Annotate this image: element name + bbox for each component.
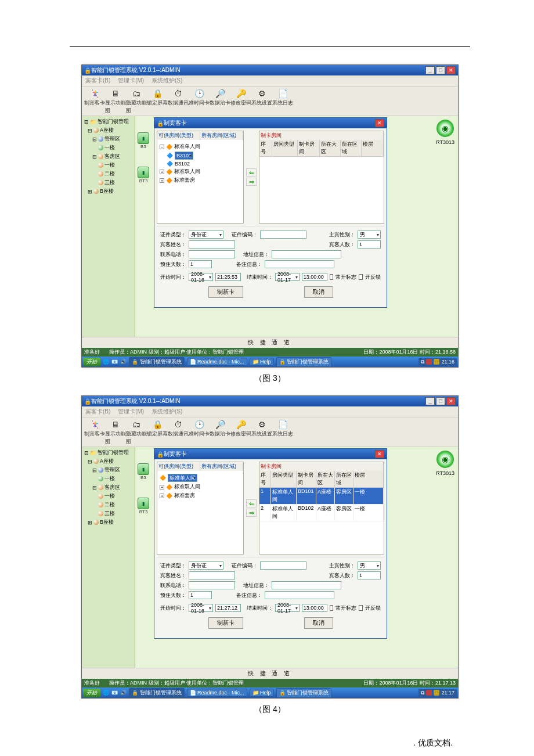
start-button[interactable]: 开始 [83, 689, 100, 697]
minimize-button[interactable]: _ [425, 66, 435, 74]
maximize-button[interactable]: □ [436, 66, 445, 74]
end-date[interactable]: 2008-01-17 [275, 273, 300, 281]
days-input[interactable] [189, 591, 212, 599]
sex-select[interactable]: 男 [358, 231, 381, 239]
often-checkbox[interactable] [330, 605, 334, 611]
window-title: 智能门锁管理系统 V2.0.1--:ADMIN [91, 66, 425, 74]
menu-guestcard[interactable]: 宾客卡(B) [85, 77, 110, 84]
days-input[interactable] [189, 260, 212, 268]
close-button[interactable]: ✕ [446, 397, 456, 405]
addr-input[interactable] [272, 250, 341, 258]
toolbar-item[interactable]: 📄系统日志 [272, 88, 293, 114]
grid-header: 序号 房间类型 制卡房间 所在大区 所在区域 楼层 [259, 140, 384, 157]
guest-count-input[interactable] [358, 240, 381, 249]
move-left-button[interactable]: ⇐ [246, 499, 257, 507]
maximize-button[interactable]: □ [436, 397, 445, 405]
toolbar-item[interactable]: 🃏制宾客卡 [84, 419, 105, 445]
dialog-close[interactable]: ✕ [375, 119, 384, 127]
toolbar-item[interactable]: 🃏制宾客卡 [84, 88, 105, 114]
antilock-checkbox[interactable] [359, 274, 363, 280]
figure-caption-4: （图 4） [70, 704, 470, 715]
guest-count-input[interactable] [358, 571, 381, 579]
move-left-button[interactable]: ⇐ [246, 168, 257, 177]
make-guestcard-dialog: 🔒 制宾客卡 ✕ 可供房间(类型) 所有房间(区域) 🔶标准单人间 [154, 448, 387, 639]
figure-caption-3: （图 3） [70, 373, 470, 384]
menu-sysmaint[interactable]: 系统维护(S) [151, 77, 182, 84]
menubar: 宾客卡(B) 管理卡(M) 系统维护(S) [82, 75, 458, 86]
often-checkbox[interactable] [330, 274, 334, 280]
quick-channel-bar: 快 捷 通 道 [82, 337, 458, 348]
move-right-button[interactable]: ⇒ [246, 178, 257, 186]
dialog-icon: 🔒 [157, 120, 164, 127]
toolbar-item[interactable]: 🔒锁定屏幕 [147, 88, 168, 114]
phone-input[interactable] [189, 250, 235, 258]
move-right-button[interactable]: ⇒ [246, 509, 257, 517]
id-no-input[interactable] [260, 231, 306, 239]
note-input[interactable] [265, 260, 334, 268]
dialog-close[interactable]: ✕ [375, 450, 384, 458]
task-btn-4[interactable]: 🔒 智能门锁管理系统 [276, 357, 332, 367]
toolbar-item[interactable]: 📄系统日志 [272, 419, 293, 445]
make-card-button[interactable]: 制新卡 [208, 286, 243, 298]
guest-name-input[interactable] [189, 240, 235, 249]
start-date[interactable]: 2008-01-16 [189, 273, 213, 281]
screenshot-2: 🔒 智能门锁管理系统 V2.0.1--:ADMIN _ □ ✕ 宾客卡(B) 管… [81, 395, 459, 699]
start-time[interactable] [215, 604, 241, 612]
grid-row[interactable]: 1 标准单人间 BD101 A座楼 客房区 一楼 [259, 488, 384, 505]
toolbar-item[interactable]: ⚙系统设置 [251, 419, 272, 445]
toolbar-item[interactable]: 🕑准时间卡 [189, 419, 210, 445]
toolbar-item[interactable]: 🕑准时间卡 [189, 88, 210, 114]
grid-row[interactable]: 2 标准单人间 BD102 A座楼 客房区 一楼 [259, 505, 384, 521]
system-tray[interactable]: ⧉ 21:16 [418, 358, 457, 366]
device-bt3[interactable]: ▮ [138, 167, 149, 178]
toolbar-item[interactable]: 🗂隐藏功能图 [126, 88, 147, 114]
start-time[interactable] [215, 273, 241, 281]
toolbar: 🃏制宾客卡🖥显示功能图🗂隐藏功能图🔒锁定屏幕⏱数据通讯🕑准时间卡🔎数据治卡🔑修改… [82, 86, 458, 116]
guest-name-input[interactable] [189, 571, 235, 579]
toolbar-item[interactable]: 🗂隐藏功能图 [126, 419, 147, 445]
toolbar-item[interactable]: 🖥显示功能图 [105, 88, 126, 114]
id-no-input[interactable] [260, 561, 306, 570]
window-titlebar: 🔒 智能门锁管理系统 V2.0.1--:ADMIN _ □ ✕ [82, 65, 458, 75]
end-time[interactable] [302, 604, 327, 612]
toolbar-item[interactable]: 🔎数据治卡 [210, 419, 230, 445]
tab-by-type[interactable]: 可供房间(类型) [157, 131, 200, 140]
toolbar-item[interactable]: 🔒锁定屏幕 [147, 419, 168, 445]
make-guestcard-dialog: 🔒 制宾客卡 ✕ 可供房间(类型) 所有房间(区域) -🔶标准单人间 [154, 117, 387, 308]
cancel-button[interactable]: 取消 [304, 617, 333, 629]
toolbar-item[interactable]: ⏱数据通讯 [168, 88, 189, 114]
id-type-select[interactable]: 身份证 [189, 231, 223, 239]
page-footer: . 优质文档. [70, 738, 470, 748]
sex-select[interactable]: 男 [358, 561, 381, 570]
end-date[interactable]: 2008-01-17 [275, 604, 300, 612]
antilock-checkbox[interactable] [359, 605, 363, 611]
toolbar-item[interactable]: ⚙系统设置 [251, 88, 272, 114]
task-btn-3[interactable]: 📁 Help [250, 358, 274, 366]
close-button[interactable]: ✕ [446, 66, 456, 74]
end-time[interactable] [302, 273, 327, 281]
dialog-title: 制宾客卡 [164, 119, 375, 127]
make-card-button[interactable]: 制新卡 [208, 617, 243, 629]
task-btn-2[interactable]: 📄 Readme.doc - Mic... [187, 358, 247, 366]
toolbar-item[interactable]: 🔎数据治卡 [210, 88, 230, 114]
screenshot-1: 🔒 智能门锁管理系统 V2.0.1--:ADMIN _ □ ✕ 宾客卡(B) 管… [81, 64, 459, 368]
id-type-select[interactable]: 身份证 [189, 561, 223, 570]
toolbar-item[interactable]: 🖥显示功能图 [105, 419, 126, 445]
start-date[interactable]: 2008-01-16 [189, 604, 213, 612]
toolbar-item[interactable]: ⏱数据通讯 [168, 419, 189, 445]
toolbar-item[interactable]: 🔑修改密码 [230, 88, 251, 114]
menu-mgmtcard[interactable]: 管理卡(M) [118, 77, 144, 84]
minimize-button[interactable]: _ [425, 397, 435, 405]
room-type-tree[interactable]: -🔶标准单人间 🔷B3101 🔷B3102 +🔶标准双人间 +🔶标准套房 [157, 140, 243, 187]
sidebar-tree: ⊟📁智能门锁管理 ⊟A座楼 ⊟管理区 一楼 ⊟客房区 一楼 二楼 三楼 ⊞B座楼 [82, 116, 135, 337]
task-btn-1[interactable]: 🔒 智能门锁管理系统 [129, 357, 185, 367]
tab-by-area[interactable]: 所有房间(区域) [200, 131, 243, 140]
phone-input[interactable] [189, 581, 235, 589]
toolbar-item[interactable]: 🔑修改密码 [230, 419, 251, 445]
cancel-button[interactable]: 取消 [304, 286, 333, 298]
taskbar: 开始 🌐📧🔊 🔒 智能门锁管理系统 📄 Readme.doc - Mic... … [82, 357, 458, 367]
device-b3[interactable]: ▮ [138, 132, 149, 144]
start-button[interactable]: 开始 [83, 358, 100, 366]
addr-input[interactable] [272, 581, 341, 589]
note-input[interactable] [265, 591, 334, 599]
